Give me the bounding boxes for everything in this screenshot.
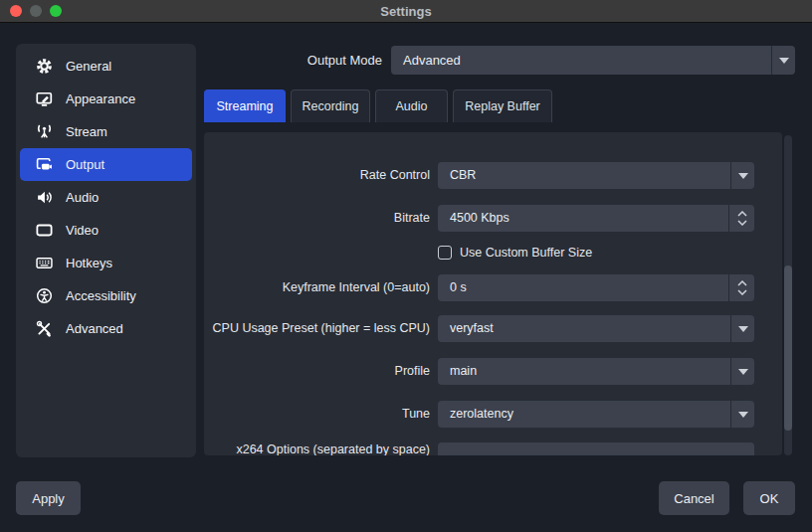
keyboard-icon [36,255,53,271]
bitrate-spinbox[interactable]: 4500 Kbps [438,205,754,232]
display-icon [36,222,53,239]
profile-label: Profile [204,358,430,385]
cancel-button[interactable]: Cancel [659,481,729,515]
sidebar-item-general[interactable]: General [20,50,192,83]
sidebar-item-output[interactable]: Output [20,148,192,181]
keyframe-interval-value: 0 s [450,274,467,301]
chevron-down-icon [730,315,754,342]
close-icon[interactable] [10,5,22,17]
broadcast-icon [36,123,53,140]
spinner-arrows-icon[interactable] [728,205,754,232]
output-icon [36,156,53,173]
ok-button[interactable]: OK [743,481,795,515]
x264-options-label: x264 Options (separated by space) [204,437,430,455]
speaker-icon [36,189,53,206]
profile-value: main [450,358,477,385]
chevron-down-icon [730,401,754,428]
sidebar-item-accessibility[interactable]: Accessibility [20,279,192,312]
window-title: Settings [380,4,431,19]
sidebar-item-label: Hotkeys [66,256,112,270]
sidebar-item-advanced[interactable]: Advanced [20,312,192,345]
output-mode-label: Output Mode [239,47,382,74]
rate-control-value: CBR [450,162,476,189]
sidebar-item-label: Output [66,157,104,172]
sidebar-item-label: Video [66,223,99,238]
apply-button[interactable]: Apply [16,481,81,515]
minimize-icon [30,5,42,17]
keyframe-interval-spinbox[interactable]: 0 s [438,274,754,301]
chevron-down-icon [771,46,795,75]
scrollbar-track[interactable] [784,135,792,455]
scrollbar-thumb[interactable] [784,266,792,431]
settings-window: { "window": { "title": "Settings" }, "ti… [0,0,812,532]
custom-buffer-checkbox[interactable] [438,246,452,260]
output-mode-value: Advanced [391,53,461,68]
sidebar-item-video[interactable]: Video [20,214,192,247]
streaming-settings-panel: Rate Control CBR Bitrate 4500 Kbps Use C… [204,132,782,455]
tab-audio[interactable]: Audio [375,89,448,122]
accessibility-icon [36,287,53,304]
cpu-preset-dropdown[interactable]: veryfast [438,315,754,342]
sidebar-item-hotkeys[interactable]: Hotkeys [20,247,192,279]
rate-control-label: Rate Control [204,162,430,189]
traffic-lights [10,5,62,17]
tab-recording[interactable]: Recording [291,89,370,122]
profile-dropdown[interactable]: main [438,358,754,385]
sidebar-item-label: Advanced [66,321,123,336]
sidebar-item-label: Audio [66,190,99,205]
sidebar-item-stream[interactable]: Stream [20,115,192,148]
cpu-preset-label: CPU Usage Preset (higher = less CPU) [204,315,430,342]
sidebar-item-label: General [66,59,111,74]
tools-icon [36,320,53,337]
keyframe-interval-label: Keyframe Interval (0=auto) [204,274,430,301]
cpu-preset-value: veryfast [450,315,494,342]
x264-options-input[interactable] [438,443,754,455]
sidebar-item-label: Accessibility [66,288,136,303]
gear-icon [36,58,53,75]
bitrate-value: 4500 Kbps [450,205,509,232]
custom-buffer-label: Use Custom Buffer Size [460,246,592,260]
rate-control-dropdown[interactable]: CBR [438,162,754,189]
bitrate-label: Bitrate [204,205,430,232]
output-mode-dropdown[interactable]: Advanced [391,46,795,75]
tab-replay-buffer[interactable]: Replay Buffer [453,89,552,122]
tune-label: Tune [204,401,430,428]
tab-streaming[interactable]: Streaming [204,89,286,122]
chevron-down-icon [730,358,754,385]
zoom-icon[interactable] [50,5,62,17]
settings-sidebar: General Appearance Stream Output Audio V… [16,44,196,457]
tune-value: zerolatency [450,401,513,428]
chevron-down-icon [730,162,754,189]
appearance-icon [36,90,53,107]
tune-dropdown[interactable]: zerolatency [438,401,754,428]
sidebar-item-audio[interactable]: Audio [20,181,192,214]
sidebar-item-appearance[interactable]: Appearance [20,83,192,115]
titlebar: Settings [0,0,812,23]
sidebar-item-label: Stream [66,124,107,139]
sidebar-item-label: Appearance [66,91,135,106]
spinner-arrows-icon[interactable] [728,274,754,301]
